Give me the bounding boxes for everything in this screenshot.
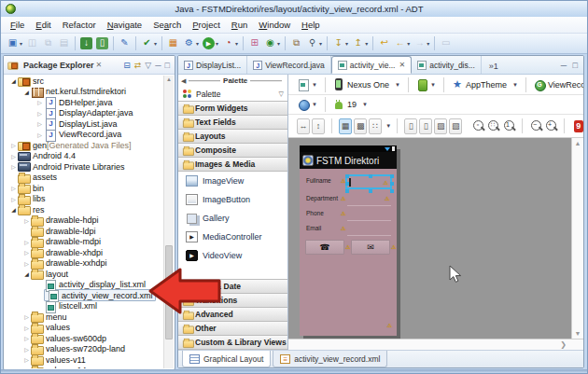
- toolbar-android-sdk-manager-button[interactable]: ↓: [79, 35, 93, 52]
- tree-item-drawable-xxhdpi[interactable]: ▷drawable-xxhdpi: [5, 258, 163, 270]
- show-outline-button[interactable]: ▯: [404, 118, 417, 134]
- menu-window[interactable]: Window: [253, 18, 296, 32]
- selection-handle[interactable]: [390, 182, 394, 186]
- toolbar-run-button[interactable]: ▶▾: [202, 35, 219, 52]
- expand-icon[interactable]: ▷: [35, 120, 44, 127]
- expand-icon[interactable]: ▷: [9, 153, 18, 159]
- palette-collapse-header[interactable]: ◀ Palette: [178, 75, 287, 87]
- collapse-icon[interactable]: ◢: [22, 270, 31, 277]
- toolbar-external-tools-button[interactable]: ⊞: [247, 35, 261, 52]
- expand-icon[interactable]: ▷: [9, 196, 18, 202]
- call-button[interactable]: ☎: [305, 240, 344, 255]
- menu-refactor[interactable]: Refactor: [57, 18, 102, 32]
- toolbar-next-annotation-button[interactable]: ↧▾: [331, 35, 349, 52]
- palette-item-imagebutton[interactable]: ImageButton: [178, 190, 287, 209]
- titlebar[interactable]: Java - FSTMDirektori/res/layout/activity…: [1, 1, 587, 17]
- canvas-horizontal-scrollbar[interactable]: ❯: [288, 339, 583, 350]
- expand-icon[interactable]: ▷: [22, 356, 31, 363]
- tree-item-drawable-hdpi[interactable]: ▷drawable-hdpi: [5, 215, 163, 227]
- grid-options-button[interactable]: ∷: [369, 118, 382, 134]
- android-phone-preview[interactable]: FSTM Direktori Fullname⚠⚠Department⚠⚠Pho…: [300, 145, 397, 336]
- tree-item-displayadapter-java[interactable]: ▷DisplayAdapter.java: [5, 108, 163, 119]
- toolbar-last-edit-location-button[interactable]: ↩: [377, 35, 391, 52]
- palette-item-gallery[interactable]: Gallery: [178, 209, 287, 228]
- expand-icon[interactable]: ▷: [22, 313, 31, 320]
- palette-item-mediacontroller[interactable]: MediaController: [178, 228, 287, 246]
- editor-tab-displaylist[interactable]: DisplayList...: [178, 56, 247, 74]
- bottom-tab-graphical-layout[interactable]: Graphical Layout: [182, 351, 271, 367]
- canvas-vertical-scrollbar[interactable]: ▲ ▼: [571, 138, 583, 339]
- tree-item-gen[interactable]: ▷gen [Generated Java Files]: [5, 140, 163, 151]
- maximize-view-icon[interactable]: □: [165, 61, 170, 70]
- tree-item-net-kerul-fstmdirektori[interactable]: ◢net.kerul.fstmdirektori: [5, 87, 163, 98]
- config-selector[interactable]: ▼: [298, 78, 317, 90]
- minimize-view-icon[interactable]: ─: [155, 61, 161, 70]
- tree-item-values-sw720dp-land[interactable]: ▷values-sw720dp-land: [5, 344, 163, 355]
- zoom-fit-icon[interactable]: ▫: [472, 119, 483, 133]
- show-selection-button[interactable]: ▯: [419, 118, 432, 134]
- collapse-icon[interactable]: ◢: [9, 206, 18, 213]
- palette-category-images-media[interactable]: Images & Media: [178, 157, 287, 172]
- expand-icon[interactable]: ▷: [9, 185, 18, 191]
- tree-item-values-v11[interactable]: ▷values-v11: [5, 354, 163, 366]
- toolbar-new-android-project-button[interactable]: ▦: [166, 35, 180, 52]
- editor-tab-viewrecord-java[interactable]: ViewRecord.java: [247, 56, 331, 74]
- tree-item-dbhelper-java[interactable]: ▷DBHelper.java: [5, 97, 163, 108]
- tree-item-displaylist-java[interactable]: ▷DisplayList.java: [5, 118, 163, 130]
- activity-selector[interactable]: ViewRecord▼: [534, 78, 584, 90]
- menu-navigate[interactable]: Navigate: [102, 18, 148, 32]
- show-grid-button[interactable]: ▩: [354, 118, 367, 134]
- expand-icon[interactable]: ▷: [9, 163, 18, 170]
- expand-icon[interactable]: ▷: [22, 239, 31, 245]
- expand-icon[interactable]: ▷: [22, 335, 31, 341]
- editor-minimize-maximize-buttons[interactable]: ─ □: [561, 61, 580, 70]
- edittext-fullname-selected[interactable]: ⚠: [345, 174, 392, 189]
- expand-icon[interactable]: ▷: [22, 217, 31, 224]
- tree-item-drawable-mdpi[interactable]: ▷drawable-mdpi: [5, 237, 163, 248]
- edittext-email[interactable]: [347, 226, 391, 236]
- editor-tab-activity-dis[interactable]: activity_dis...: [412, 56, 482, 74]
- zoom-out-icon[interactable]: −: [530, 119, 541, 133]
- palette-category-form-widgets[interactable]: Form Widgets: [178, 101, 287, 116]
- tree-item-values-sw600dp[interactable]: ▷values-sw600dp: [5, 333, 163, 344]
- expand-vertical-button[interactable]: ↕: [312, 118, 325, 134]
- tree-item-activity-view-record-xml[interactable]: activity_view_record.xml: [5, 290, 163, 301]
- toolbar-open-resource-button[interactable]: ⧉: [289, 35, 303, 52]
- tree-item-values[interactable]: ▷values: [5, 323, 163, 334]
- palette-category-text-fields[interactable]: Text Fields: [178, 115, 287, 130]
- palette-header[interactable]: Palette ▽: [178, 87, 287, 102]
- palette-category-layouts[interactable]: Layouts: [178, 129, 287, 144]
- show-image-overlay-button[interactable]: ▨: [434, 118, 447, 134]
- tree-item-layout[interactable]: ◢layout: [5, 269, 163, 280]
- email-button[interactable]: ✉: [351, 240, 390, 255]
- tree-item-android-4-4[interactable]: ▷Android 4.4: [5, 151, 163, 162]
- tree-item-values-v14[interactable]: ▷values-v14: [5, 366, 163, 369]
- link-with-editor-icon[interactable]: ⇄: [134, 61, 142, 70]
- expand-icon[interactable]: ▷: [22, 249, 31, 256]
- tree-item-viewrecord-java[interactable]: ▷ViewRecord.java: [5, 130, 163, 141]
- editor-tab-activity-vie[interactable]: activity_vie...✕: [331, 56, 412, 74]
- palette-category-time-date[interactable]: Time & Date: [178, 279, 287, 294]
- view-menu-icon[interactable]: ▽: [145, 61, 151, 70]
- scroll-up-icon[interactable]: ▲: [575, 140, 581, 146]
- tree-item-drawable-xhdpi[interactable]: ▷drawable-xhdpi: [5, 247, 163, 258]
- tree-item-drawable-ldpi[interactable]: drawable-ldpi: [5, 226, 163, 237]
- tree-item-libs[interactable]: ▷libs: [5, 194, 163, 205]
- tree-item-src[interactable]: ◢src: [5, 76, 163, 87]
- close-view-icon[interactable]: ✕: [96, 61, 103, 69]
- selection-handle[interactable]: [369, 174, 372, 178]
- device-selector[interactable]: Nexus One▼: [333, 78, 400, 90]
- palette-category-advanced[interactable]: Advanced: [178, 307, 287, 322]
- edittext-phone[interactable]: [347, 211, 391, 221]
- locale-selector[interactable]: ▼: [298, 99, 317, 111]
- toolbar-back-button[interactable]: ←▾: [393, 35, 411, 52]
- menu-search[interactable]: Search: [147, 18, 187, 32]
- scroll-up-icon[interactable]: ▲: [164, 76, 174, 84]
- selection-handle[interactable]: [390, 174, 394, 178]
- scroll-down-icon[interactable]: ▼: [575, 330, 581, 337]
- theme-selector[interactable]: ★AppTheme▼: [452, 78, 518, 90]
- toolbar-debug-button[interactable]: ⚙▾: [182, 35, 200, 52]
- toolbar-profile-button[interactable]: ◔▾: [221, 35, 239, 52]
- tree-item-android-private-libraries[interactable]: ▷Android Private Libraries: [5, 161, 163, 173]
- tree-item-listcell-xml[interactable]: listcell.xml: [5, 301, 163, 312]
